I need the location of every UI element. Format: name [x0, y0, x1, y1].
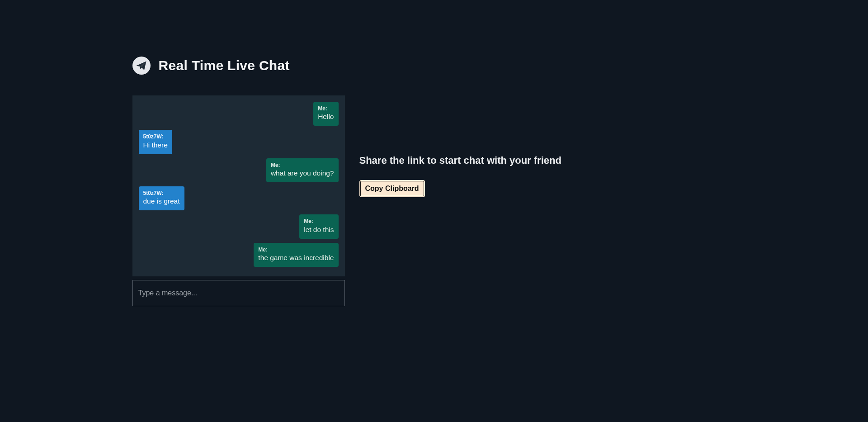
- message-bubble-mine: Me:Hello: [313, 102, 338, 126]
- message-sender: 5t0z7W:: [143, 133, 168, 140]
- message-sender: 5t0z7W:: [143, 190, 180, 196]
- message-text: Hi there: [143, 141, 168, 150]
- paper-plane-icon: [132, 57, 151, 75]
- message-text: the game was incredible: [258, 253, 334, 263]
- copy-clipboard-button[interactable]: Copy Clipboard: [359, 180, 425, 197]
- message-bubble-theirs: 5t0z7W:due is great: [139, 186, 184, 210]
- message-row: Me:let do this: [139, 214, 339, 238]
- message-row: Me:what are you doing?: [139, 158, 339, 182]
- message-text: Hello: [318, 112, 334, 122]
- message-sender: Me:: [318, 105, 334, 112]
- message-row: 5t0z7W:due is great: [139, 186, 339, 210]
- header: Real Time Live Chat: [132, 57, 345, 75]
- message-text: let do this: [304, 225, 334, 235]
- message-text: due is great: [143, 197, 180, 206]
- message-sender: Me:: [271, 162, 334, 168]
- page-title: Real Time Live Chat: [159, 58, 290, 73]
- message-input[interactable]: [138, 289, 339, 297]
- share-heading: Share the link to start chat with your f…: [359, 155, 736, 166]
- message-row: Me:Hello: [139, 102, 339, 126]
- message-input-wrap[interactable]: [132, 280, 345, 306]
- message-bubble-mine: Me:let do this: [299, 214, 338, 238]
- message-bubble-theirs: 5t0z7W:Hi there: [139, 130, 172, 154]
- message-sender: Me:: [258, 247, 334, 253]
- message-row: Me:the game was incredible: [139, 243, 339, 267]
- message-text: what are you doing?: [271, 169, 334, 178]
- message-bubble-mine: Me:what are you doing?: [266, 158, 339, 182]
- chat-box[interactable]: Me:Hello5t0z7W:Hi thereMe:what are you d…: [132, 95, 345, 276]
- message-sender: Me:: [304, 218, 334, 224]
- message-bubble-mine: Me:the game was incredible: [254, 243, 338, 267]
- message-row: 5t0z7W:Hi there: [139, 130, 339, 154]
